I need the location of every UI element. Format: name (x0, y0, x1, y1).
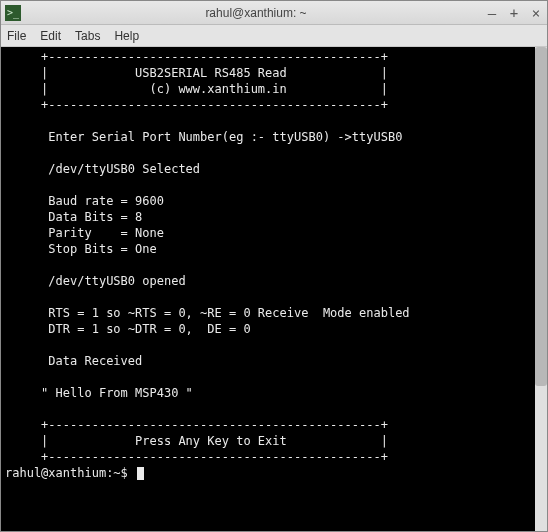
window-title: rahul@xanthium: ~ (27, 6, 485, 20)
terminal-container: +---------------------------------------… (1, 47, 547, 531)
menu-help[interactable]: Help (114, 29, 139, 43)
menu-file[interactable]: File (7, 29, 26, 43)
menu-tabs[interactable]: Tabs (75, 29, 100, 43)
scroll-track[interactable] (535, 47, 547, 531)
window-controls: – + × (485, 5, 543, 21)
menu-bar: File Edit Tabs Help (1, 25, 547, 47)
terminal-app-icon: >_ (5, 5, 21, 21)
menu-edit[interactable]: Edit (40, 29, 61, 43)
prompt-line: rahul@xanthium:~$ (5, 465, 535, 481)
window-titlebar: >_ rahul@xanthium: ~ – + × (1, 1, 547, 25)
shell-prompt: rahul@xanthium:~$ (5, 465, 135, 481)
scroll-thumb[interactable] (535, 47, 547, 386)
maximize-button[interactable]: + (507, 5, 521, 21)
terminal-output: +---------------------------------------… (5, 50, 410, 464)
cursor-block (137, 467, 144, 480)
vertical-scrollbar[interactable] (535, 47, 547, 531)
terminal-output-area[interactable]: +---------------------------------------… (1, 47, 535, 531)
close-button[interactable]: × (529, 5, 543, 21)
minimize-button[interactable]: – (485, 5, 499, 21)
